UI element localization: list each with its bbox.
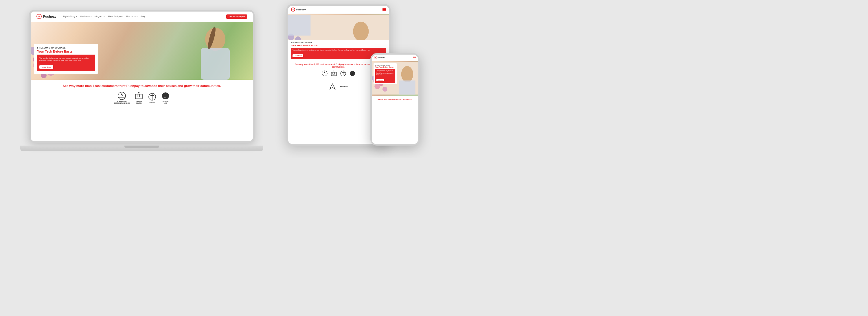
svg-rect-13: [201, 48, 230, 80]
tablet-learn-more-button[interactable]: Learn More: [292, 54, 303, 57]
svg-point-51: [374, 83, 380, 89]
tablet-logo: P Pushpay: [291, 7, 306, 11]
laptop-navbar: P Pushpay Digital Giving ▾ Mobile App ▾ …: [31, 11, 253, 22]
logo-icon: P: [36, 14, 42, 19]
laptop-logo: P Pushpay: [36, 14, 56, 19]
phone-hero-desc: You need a platform you can trust on you…: [376, 70, 394, 76]
hero-person: [178, 22, 236, 80]
gateway-label: GatewayCHURCH: [136, 101, 142, 104]
tablet-menu-icon[interactable]: [382, 8, 386, 11]
hamburger-line-2: [382, 9, 386, 10]
christ-label: CHRIST: [150, 101, 155, 103]
svg-rect-37: [288, 14, 310, 36]
hero-description: You need a platform you can trust on you…: [39, 57, 93, 62]
svg-marker-16: [121, 93, 123, 96]
phone-body: P Pushpay: [370, 53, 420, 146]
nav-resources[interactable]: Resources ▾: [126, 15, 138, 17]
svg-point-36: [353, 22, 369, 41]
svg-text:NYC: NYC: [164, 97, 167, 98]
phone-hamburger-line-1: [413, 57, 416, 57]
hillsong-logo: H NYC HillsongNYC: [161, 92, 169, 104]
nav-digital-giving[interactable]: Digital Giving ▾: [63, 15, 77, 17]
nav-about[interactable]: About Pushpay ▾: [108, 15, 123, 17]
phone-hero-eyebrow: 5 REASONS TO UPGRADE: [375, 64, 395, 66]
phone-screen: P Pushpay: [372, 55, 418, 144]
christ-icon: [148, 93, 156, 101]
hero-red-box: You need a platform you can trust on you…: [37, 55, 95, 71]
phone-hero-card: 5 REASONS TO UPGRADE Your Tech Before Ea…: [374, 63, 397, 84]
phone-learn-more-button[interactable]: Learn More: [376, 79, 384, 81]
svg-text:NORTH POINT: NORTH POINT: [118, 97, 126, 99]
svg-point-43: [334, 70, 335, 71]
svg-rect-18: [135, 94, 142, 99]
talk-to-expert-button[interactable]: Talk to an Expert: [226, 14, 247, 19]
tablet-hero-eyebrow: 5 REASONS TO UPGRADE: [291, 42, 386, 44]
nav-blog[interactable]: Blog: [141, 15, 145, 17]
laptop-base: [20, 146, 263, 151]
tablet-hero-desc: You need a platform you can trust on you…: [292, 49, 384, 51]
tablet-elevation-label: Elevation: [340, 85, 348, 87]
svg-point-25: [162, 93, 169, 99]
tablet-north-point-icon: [322, 70, 328, 76]
church-logo-row: NORTH POINT NORTH POINTCOMMUNITY CHURCH: [36, 92, 247, 104]
laptop-device: P Pushpay Digital Giving ▾ Mobile App ▾ …: [29, 10, 255, 151]
tablet-elevation-icon: [329, 83, 336, 90]
gateway-icon: [135, 92, 143, 100]
tablet-gateway-icon: [331, 70, 337, 76]
hamburger-line-1: [382, 8, 386, 9]
north-point-logo: NORTH POINT NORTH POINTCOMMUNITY CHURCH: [114, 92, 130, 104]
phone-content-section: See why more than 7,000 customers trust …: [372, 96, 418, 103]
phone-hero-title: Your Tech Before Easter: [375, 66, 395, 68]
svg-marker-39: [324, 71, 326, 73]
tablet-logo-text: Pushpay: [296, 8, 306, 11]
svg-rect-19: [137, 94, 140, 97]
tablet-logo-icon: P: [291, 7, 295, 11]
hero-eyebrow: 5 REASONS TO UPGRADE: [37, 47, 95, 49]
svg-point-54: [382, 86, 388, 92]
hero-title: Your Tech Before Easter: [37, 50, 95, 54]
laptop-body: P Pushpay Digital Giving ▾ Mobile App ▾ …: [29, 10, 255, 143]
phone-navbar: P Pushpay: [372, 55, 418, 61]
phone-menu-icon[interactable]: [413, 57, 416, 58]
svg-rect-40: [331, 72, 337, 76]
north-point-label: NORTH POINTCOMMUNITY CHURCH: [114, 101, 130, 104]
nav-links: Digital Giving ▾ Mobile App ▾ Integratio…: [63, 15, 222, 17]
tablet-hillsong-icon: H: [349, 70, 355, 76]
svg-rect-41: [333, 72, 335, 74]
svg-point-57: [401, 66, 413, 82]
laptop-hero: 5 REASONS TO UPGRADE Your Tech Before Ea…: [31, 22, 253, 80]
hamburger-line-3: [382, 10, 386, 11]
phone-red-box: You need a platform you can trust on you…: [375, 69, 395, 83]
nav-integrations[interactable]: Integrations: [95, 15, 105, 17]
svg-text:H: H: [165, 94, 166, 96]
north-point-icon: NORTH POINT: [118, 92, 126, 100]
trust-section-title: See why more than 7,000 customers trust …: [36, 84, 247, 88]
phone-hamburger-line-2: [413, 58, 416, 58]
hillsong-icon: H NYC: [161, 92, 169, 100]
logo-text: Pushpay: [43, 15, 56, 18]
tablet-christ-icon: [340, 70, 346, 76]
svg-point-21: [138, 92, 140, 93]
phone-logo-text: Pushpay: [378, 57, 385, 58]
laptop-screen: P Pushpay Digital Giving ▾ Mobile App ▾ …: [31, 11, 253, 141]
hillsong-label: HillsongNYC: [163, 101, 168, 104]
phone-hero: 5 REASONS TO UPGRADE Your Tech Before Ea…: [372, 61, 418, 96]
tablet-navbar: P Pushpay: [288, 6, 389, 14]
phone-logo: P Pushpay: [374, 56, 385, 59]
tablet-hero-title: Your Tech Before Easter: [291, 44, 386, 47]
christ-logo: CHRIST: [148, 93, 156, 103]
phone-section-text: See why more than 7,000 customers trust …: [374, 97, 416, 102]
hero-overlay-card: 5 REASONS TO UPGRADE Your Tech Before Ea…: [34, 44, 98, 74]
learn-more-button[interactable]: Learn More: [39, 65, 53, 69]
svg-rect-58: [399, 80, 415, 95]
phone-logo-icon: P: [374, 56, 377, 59]
svg-marker-49: [330, 84, 335, 89]
gateway-church-logo: GatewayCHURCH: [135, 92, 143, 104]
phone-device: P Pushpay: [370, 53, 420, 146]
svg-text:H: H: [351, 73, 353, 75]
laptop-trust-section: See why more than 7,000 customers trust …: [31, 80, 253, 108]
scene: P Pushpay Digital Giving ▾ Mobile App ▾ …: [14, 4, 420, 154]
nav-mobile-app[interactable]: Mobile App ▾: [80, 15, 92, 17]
